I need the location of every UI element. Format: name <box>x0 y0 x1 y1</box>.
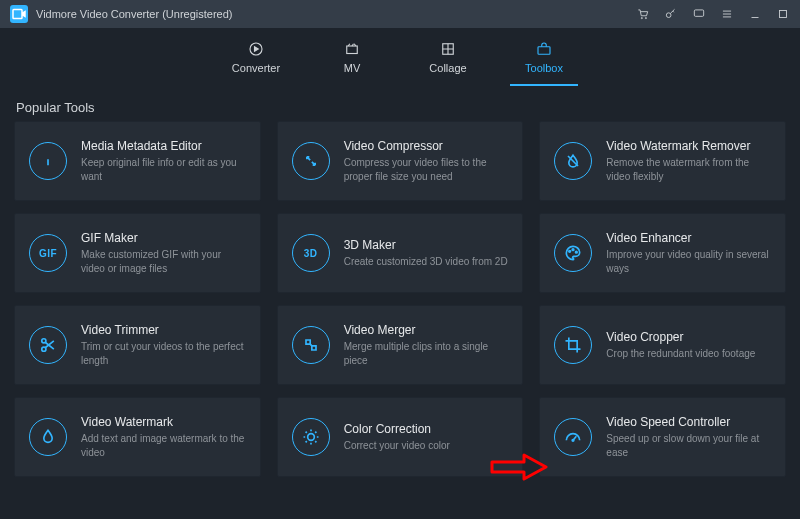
section-popular-tools: Popular Tools <box>0 88 800 121</box>
svg-point-14 <box>576 251 578 253</box>
svg-point-4 <box>666 13 671 18</box>
minimize-icon[interactable] <box>748 7 762 21</box>
tool-desc: Trim or cut your videos to the perfect l… <box>81 340 246 367</box>
svg-point-3 <box>645 18 646 19</box>
svg-marker-8 <box>255 47 259 52</box>
svg-rect-6 <box>780 11 787 18</box>
tools-grid: Media Metadata Editor Keep original file… <box>0 121 800 491</box>
tab-label: Collage <box>429 62 466 74</box>
window-title: Vidmore Video Converter (Unregistered) <box>36 8 232 20</box>
tool-video-trimmer[interactable]: Video Trimmer Trim or cut your videos to… <box>14 305 261 385</box>
tool-desc: Crop the redundant video footage <box>606 347 755 361</box>
svg-rect-0 <box>13 10 22 19</box>
no-drop-icon <box>554 142 592 180</box>
tool-desc: Correct your video color <box>344 439 450 453</box>
tool-video-merger[interactable]: Video Merger Merge multiple clips into a… <box>277 305 524 385</box>
svg-rect-11 <box>538 47 550 55</box>
cart-icon[interactable] <box>636 7 650 21</box>
title-bar: Vidmore Video Converter (Unregistered) <box>0 0 800 28</box>
tool-desc: Make customized GIF with your video or i… <box>81 248 246 275</box>
tool-desc: Add text and image watermark to the vide… <box>81 432 246 459</box>
crop-icon <box>554 326 592 364</box>
svg-point-12 <box>569 251 571 253</box>
tab-label: Toolbox <box>525 62 563 74</box>
info-icon <box>29 142 67 180</box>
tab-label: MV <box>344 62 361 74</box>
tool-desc: Improve your video quality in several wa… <box>606 248 771 275</box>
tool-title: Video Merger <box>344 323 509 337</box>
tool-video-watermark[interactable]: Video Watermark Add text and image water… <box>14 397 261 477</box>
tool-desc: Create customized 3D video from 2D <box>344 255 508 269</box>
tool-title: Video Compressor <box>344 139 509 153</box>
svg-point-16 <box>42 347 46 351</box>
tool-desc: Merge multiple clips into a single piece <box>344 340 509 367</box>
feedback-icon[interactable] <box>692 7 706 21</box>
tool-title: Video Enhancer <box>606 231 771 245</box>
svg-point-13 <box>572 249 574 251</box>
tool-title: Color Correction <box>344 422 450 436</box>
drop-icon <box>29 418 67 456</box>
menu-icon[interactable] <box>720 7 734 21</box>
tool-desc: Speed up or slow down your file at ease <box>606 432 771 459</box>
tool-video-compressor[interactable]: Video Compressor Compress your video fil… <box>277 121 524 201</box>
tool-title: Video Watermark Remover <box>606 139 771 153</box>
tool-video-cropper[interactable]: Video Cropper Crop the redundant video f… <box>539 305 786 385</box>
gif-icon: GIF <box>29 234 67 272</box>
svg-point-18 <box>572 440 574 442</box>
merge-icon <box>292 326 330 364</box>
tab-label: Converter <box>232 62 280 74</box>
svg-point-15 <box>42 339 46 343</box>
tool-desc: Keep original file info or edit as you w… <box>81 156 246 183</box>
maximize-icon[interactable] <box>776 7 790 21</box>
tool-desc: Compress your video files to the proper … <box>344 156 509 183</box>
tool-title: Video Watermark <box>81 415 246 429</box>
tool-video-watermark-remover[interactable]: Video Watermark Remover Remove the water… <box>539 121 786 201</box>
tool-gif-maker[interactable]: GIF GIF Maker Make customized GIF with y… <box>14 213 261 293</box>
brightness-icon <box>292 418 330 456</box>
svg-point-2 <box>641 18 642 19</box>
svg-rect-9 <box>347 46 358 54</box>
scissors-icon <box>29 326 67 364</box>
tab-converter[interactable]: Converter <box>222 36 290 80</box>
tool-3d-maker[interactable]: 3D 3D Maker Create customized 3D video f… <box>277 213 524 293</box>
compress-icon <box>292 142 330 180</box>
tool-title: GIF Maker <box>81 231 246 245</box>
tool-desc: Remove the watermark from the video flex… <box>606 156 771 183</box>
tool-color-correction[interactable]: Color Correction Correct your video colo… <box>277 397 524 477</box>
tab-toolbox[interactable]: Toolbox <box>510 36 578 80</box>
tab-mv[interactable]: MV <box>318 36 386 80</box>
three-d-icon: 3D <box>292 234 330 272</box>
app-logo-icon <box>10 5 28 23</box>
gauge-icon <box>554 418 592 456</box>
tool-title: Video Trimmer <box>81 323 246 337</box>
svg-point-17 <box>307 434 314 441</box>
tool-title: Video Speed Controller <box>606 415 771 429</box>
tool-title: Video Cropper <box>606 330 755 344</box>
tab-collage[interactable]: Collage <box>414 36 482 80</box>
tool-video-speed-controller[interactable]: Video Speed Controller Speed up or slow … <box>539 397 786 477</box>
tool-media-metadata-editor[interactable]: Media Metadata Editor Keep original file… <box>14 121 261 201</box>
tool-video-enhancer[interactable]: Video Enhancer Improve your video qualit… <box>539 213 786 293</box>
key-icon[interactable] <box>664 7 678 21</box>
main-tabs: Converter MV Collage Toolbox <box>0 28 800 88</box>
tool-title: 3D Maker <box>344 238 508 252</box>
palette-icon <box>554 234 592 272</box>
tool-title: Media Metadata Editor <box>81 139 246 153</box>
